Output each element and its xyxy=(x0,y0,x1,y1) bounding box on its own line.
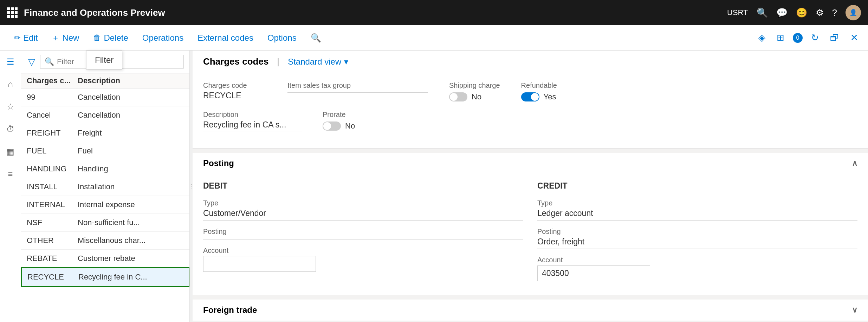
debit-type-field: Type Customer/Vendor xyxy=(203,199,523,221)
new-button[interactable]: ＋ New xyxy=(45,25,86,50)
filter-button[interactable]: ▽ xyxy=(27,55,37,69)
help-icon[interactable]: ? xyxy=(832,7,837,18)
row-code: REBATE xyxy=(27,254,78,263)
row-code: HANDLING xyxy=(27,164,78,173)
col-desc-header: Description xyxy=(78,76,184,85)
row-desc: Miscellanous char... xyxy=(78,236,184,245)
search-icon[interactable]: 🔍 xyxy=(757,7,768,18)
shipping-charge-toggle[interactable] xyxy=(449,92,467,101)
credit-type-label: Type xyxy=(537,199,857,207)
charges-code-field: Charges code RECYCLE xyxy=(203,81,266,102)
debit-account-field: Account xyxy=(203,247,523,272)
avatar[interactable]: 👤 xyxy=(846,5,861,20)
edit-button[interactable]: ✏ Edit xyxy=(7,25,45,50)
layout-icon[interactable]: ⊞ xyxy=(774,29,787,46)
description-value[interactable]: Recycling fee in CA s... xyxy=(203,120,302,131)
refresh-icon[interactable]: ↻ xyxy=(808,29,822,46)
table-row[interactable]: FREIGHT Freight xyxy=(21,124,189,142)
refundable-toggle[interactable] xyxy=(521,92,539,101)
debit-account-input[interactable] xyxy=(203,256,316,272)
charges-code-value[interactable]: RECYCLE xyxy=(203,91,266,102)
notification-badge[interactable]: 0 xyxy=(793,33,803,43)
credit-account-label: Account xyxy=(537,256,857,264)
list-panel: ▽ 🔍 Charges c... Description 99 Cancella… xyxy=(21,51,190,322)
table-row[interactable]: INTERNAL Internal expense xyxy=(21,196,189,214)
refundable-toggle-row: Yes xyxy=(521,92,563,101)
table-row[interactable]: HANDLING Handling xyxy=(21,160,189,178)
row-code: FREIGHT xyxy=(27,129,78,138)
nav-workspaces[interactable]: ▦ xyxy=(3,144,18,159)
credit-account-input[interactable] xyxy=(537,265,650,281)
options-button[interactable]: Options xyxy=(260,25,304,50)
delete-icon: 🗑 xyxy=(93,33,101,42)
edit-icon: ✏ xyxy=(14,33,20,42)
search-cmd-button[interactable]: 🔍 xyxy=(304,25,328,50)
table-row[interactable]: Cancel Cancellation xyxy=(21,106,189,124)
nav-hamburger[interactable]: ☰ xyxy=(3,54,18,70)
posting-section-header[interactable]: Posting ∧ xyxy=(193,153,868,174)
nav-recent[interactable]: ⏱ xyxy=(3,121,18,137)
nav-favorites[interactable]: ☆ xyxy=(3,99,18,114)
table-row[interactable]: INSTALL Installation xyxy=(21,178,189,196)
table-row[interactable]: REBATE Customer rebate xyxy=(21,250,189,268)
prorate-label: Prorate xyxy=(323,111,365,119)
item-sales-tax-value[interactable] xyxy=(287,91,428,93)
table-row[interactable]: 99 Cancellation xyxy=(21,88,189,106)
row-desc: Handling xyxy=(78,164,184,173)
row-desc: Freight xyxy=(78,129,184,138)
diamond-icon[interactable]: ◈ xyxy=(756,29,768,46)
prorate-toggle-row: No xyxy=(323,121,365,131)
debit-posting-label: Posting xyxy=(203,228,523,236)
resize-handle[interactable]: ⋮ xyxy=(190,51,193,322)
close-icon[interactable]: ✕ xyxy=(848,29,861,46)
refundable-value: Yes xyxy=(544,92,556,101)
table-header: Charges c... Description xyxy=(21,73,189,88)
operations-button[interactable]: Operations xyxy=(135,25,190,50)
posting-title: Posting xyxy=(203,158,234,168)
chevron-down-icon: ▾ xyxy=(344,57,348,67)
debit-posting-field: Posting xyxy=(203,228,523,239)
credit-type-value[interactable]: Ledger account xyxy=(537,209,857,221)
debit-header: DEBIT xyxy=(203,181,523,193)
shipping-charge-field: Shipping charge No xyxy=(449,81,500,102)
table-row[interactable]: RECYCLE Recycling fee in C... xyxy=(21,268,189,287)
nav-modules[interactable]: ≡ xyxy=(3,166,18,182)
foreign-trade-header[interactable]: Foreign trade ∨ xyxy=(193,300,868,321)
emoji-icon[interactable]: 😊 xyxy=(796,7,807,18)
table-row[interactable]: FUEL Fuel xyxy=(21,142,189,160)
item-sales-tax-field: Item sales tax group xyxy=(287,81,428,102)
app-icon xyxy=(7,7,18,18)
debit-column: DEBIT Type Customer/Vendor Posting Accou… xyxy=(203,181,523,288)
table-row[interactable]: NSF Non-sufficient fu... xyxy=(21,214,189,232)
row-code: OTHER xyxy=(27,236,78,245)
row-code: NSF xyxy=(27,218,78,227)
row-code: INTERNAL xyxy=(27,200,78,209)
shipping-charge-toggle-row: No xyxy=(449,92,500,101)
foreign-trade-section: Foreign trade ∨ xyxy=(193,300,868,321)
fields-section: Charges code RECYCLE Item sales tax grou… xyxy=(193,73,868,149)
foreign-trade-chevron-down-icon: ∨ xyxy=(852,305,857,315)
minimize-icon[interactable]: 🗗 xyxy=(827,29,842,46)
debit-type-value[interactable]: Customer/Vendor xyxy=(203,209,523,221)
debit-type-label: Type xyxy=(203,199,523,207)
settings-icon[interactable]: ⚙ xyxy=(816,7,824,18)
table-row[interactable]: OTHER Miscellanous char... xyxy=(21,232,189,250)
nav-home[interactable]: ⌂ xyxy=(3,77,18,92)
view-selector[interactable]: Standard view ▾ xyxy=(288,57,348,67)
chat-icon[interactable]: 💬 xyxy=(776,7,788,18)
credit-posting-value[interactable]: Order, freight xyxy=(537,237,857,249)
row-desc: Installation xyxy=(78,182,184,191)
prorate-toggle[interactable] xyxy=(323,121,341,131)
delete-button[interactable]: 🗑 Delete xyxy=(86,25,135,50)
debit-posting-value[interactable] xyxy=(203,237,523,239)
row-desc: Recycling fee in C... xyxy=(78,272,183,282)
item-sales-tax-label: Item sales tax group xyxy=(287,81,428,90)
detail-panel: Charges codes | Standard view ▾ Charges … xyxy=(193,51,868,322)
detail-title: Charges codes xyxy=(203,56,268,67)
search-icon: 🔍 xyxy=(45,57,54,66)
external-codes-button[interactable]: External codes xyxy=(190,25,260,50)
description-label: Description xyxy=(203,111,302,119)
credit-type-field: Type Ledger account xyxy=(537,199,857,221)
prorate-value: No xyxy=(345,121,355,131)
row-desc: Fuel xyxy=(78,146,184,156)
